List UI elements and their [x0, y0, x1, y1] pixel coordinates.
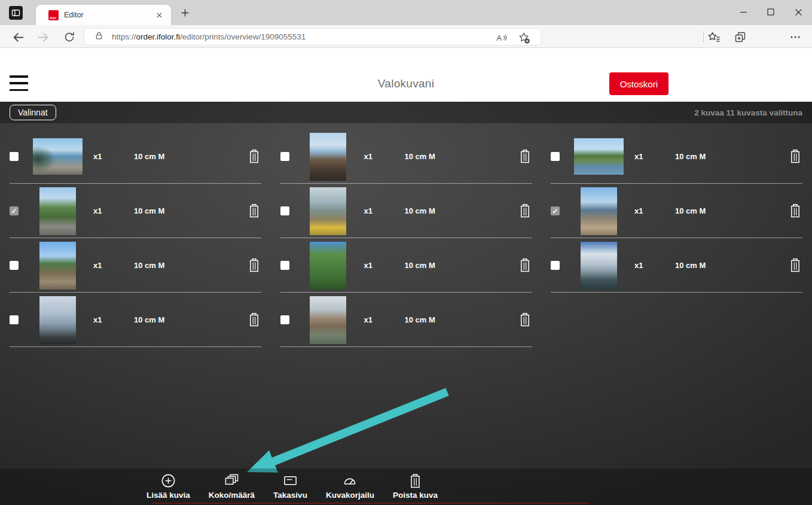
toolbar-item-size-quantity[interactable]: Koko/määrä — [209, 469, 255, 500]
delete-photo-icon[interactable] — [248, 312, 261, 327]
photo-checkbox[interactable] — [280, 152, 289, 161]
tab-actions-menu-button[interactable] — [9, 6, 23, 20]
settings-more-icon[interactable] — [788, 30, 802, 44]
photo-thumbnail[interactable] — [39, 242, 76, 290]
collections-icon[interactable] — [733, 30, 747, 44]
back-side-icon — [282, 472, 298, 489]
photo-row: x1 10 cm M — [10, 129, 261, 184]
minimize-icon[interactable] — [729, 0, 757, 24]
toolbar-item-label: Kuvakorjailu — [326, 491, 374, 500]
close-window-icon[interactable] — [784, 0, 812, 24]
photo-size: 10 cm M — [134, 261, 164, 270]
photo-quantity: x1 — [93, 206, 102, 215]
toolbar-item-label: Lisää kuvia — [146, 491, 190, 500]
size-quantity-icon — [224, 472, 240, 489]
photo-size: 10 cm M — [675, 261, 706, 270]
photo-size: 10 cm M — [134, 315, 164, 324]
cart-button[interactable]: Ostoskori — [609, 72, 668, 95]
photo-size: 10 cm M — [134, 152, 164, 161]
toolbar-item-delete-photo[interactable]: Poista kuva — [393, 469, 438, 500]
maximize-icon[interactable] — [757, 0, 784, 24]
photo-thumbnail[interactable] — [33, 138, 83, 175]
photo-thumb-wrap — [567, 238, 630, 293]
delete-photo-icon[interactable] — [518, 257, 532, 273]
photo-thumbnail[interactable] — [310, 187, 346, 235]
photo-row: x1 10 cm M — [551, 129, 802, 184]
photo-checkbox[interactable] — [551, 152, 560, 161]
photo-size: 10 cm M — [405, 206, 435, 215]
delete-photo-icon[interactable] — [789, 203, 802, 218]
tab-close-icon[interactable] — [154, 10, 164, 20]
photo-row: x1 10 cm M — [10, 293, 261, 347]
toolbar-item-image-correction[interactable]: Kuvakorjailu — [326, 469, 374, 500]
photo-checkbox[interactable] — [280, 261, 289, 270]
delete-photo-icon[interactable] — [248, 257, 261, 273]
svg-text:A: A — [496, 34, 502, 42]
photo-size: 10 cm M — [134, 206, 164, 215]
photo-thumb-wrap — [297, 238, 359, 293]
photo-thumbnail[interactable] — [39, 296, 76, 344]
toolbar-divider — [703, 31, 704, 42]
bottom-toolbar: Lisää kuvia Koko/määrä Takasivu Kuvakorj… — [0, 469, 812, 505]
lock-icon[interactable] — [94, 31, 104, 43]
photo-thumbnail[interactable] — [581, 187, 617, 235]
toolbar-item-label: Koko/määrä — [209, 491, 255, 500]
photo-checkbox[interactable] — [10, 315, 19, 324]
photo-column-3: x1 10 cm M x1 10 cm M x1 10 cm M — [551, 129, 802, 347]
photo-row: x1 10 cm M — [551, 184, 802, 238]
favorites-hub-icon[interactable] — [707, 30, 721, 44]
photo-thumb-wrap — [567, 184, 630, 238]
tab-actions-icon — [10, 7, 22, 19]
back-icon[interactable] — [11, 31, 25, 44]
delete-photo-icon[interactable] — [518, 203, 532, 218]
ifolor-favicon: ifolor — [48, 10, 59, 20]
browser-tab-editor[interactable]: ifolor Editor — [36, 5, 171, 25]
photo-thumb-wrap — [26, 129, 88, 184]
photo-thumb-wrap — [26, 238, 88, 293]
delete-photo-icon[interactable] — [789, 257, 802, 273]
photo-checkbox[interactable] — [280, 206, 289, 215]
toolbar-item-back-side[interactable]: Takasivu — [273, 469, 307, 500]
forward-icon[interactable] — [36, 31, 50, 44]
photo-size: 10 cm M — [675, 206, 706, 215]
photo-row: x1 10 cm M — [280, 293, 532, 347]
photo-row: x1 10 cm M — [280, 238, 532, 293]
photo-checkbox[interactable] — [10, 261, 19, 270]
photo-thumbnail[interactable] — [39, 187, 76, 235]
photo-row: x1 10 cm M — [280, 184, 532, 238]
page-title: Valokuvani — [0, 77, 812, 90]
photo-quantity: x1 — [634, 152, 643, 161]
photo-checkbox[interactable] — [551, 261, 560, 270]
options-button[interactable]: Valinnat — [10, 105, 56, 120]
refresh-icon[interactable] — [63, 31, 76, 44]
photo-row: x1 10 cm M — [280, 129, 532, 184]
photo-checkbox[interactable] — [551, 206, 560, 215]
photo-checkbox[interactable] — [10, 152, 19, 161]
photo-thumbnail[interactable] — [310, 242, 346, 290]
delete-photo-icon[interactable] — [518, 312, 532, 327]
photo-thumbnail[interactable] — [574, 138, 624, 175]
delete-photo-icon[interactable] — [248, 148, 261, 164]
page-header: Valokuvani Ostoskori — [0, 48, 812, 102]
delete-photo-icon[interactable] — [789, 148, 802, 164]
new-tab-button[interactable] — [179, 7, 190, 18]
selection-bar: Valinnat 2 kuvaa 11 kuvasta valittuna — [0, 102, 812, 123]
add-favorite-icon[interactable] — [517, 31, 530, 44]
tab-title: Editor — [64, 11, 84, 19]
photo-size: 10 cm M — [405, 152, 435, 161]
address-bar[interactable]: https://order.ifolor.fi/editor/prints/ov… — [84, 28, 541, 45]
delete-photo-icon[interactable] — [248, 203, 261, 218]
photo-column-2: x1 10 cm M x1 10 cm M x1 10 cm M x1 10 c… — [280, 129, 532, 347]
photo-thumbnail[interactable] — [581, 242, 617, 290]
delete-photo-icon[interactable] — [518, 148, 532, 164]
photo-size: 10 cm M — [405, 261, 435, 270]
read-aloud-icon[interactable]: A — [494, 31, 508, 44]
photo-thumbnail[interactable] — [310, 133, 346, 181]
photo-checkbox[interactable] — [10, 206, 19, 215]
photo-quantity: x1 — [364, 152, 373, 161]
photo-checkbox[interactable] — [280, 315, 289, 324]
photo-thumbnail[interactable] — [310, 296, 346, 344]
delete-photo-icon — [408, 472, 422, 489]
toolbar-item-add-photos[interactable]: Lisää kuvia — [146, 469, 190, 500]
url-text: https://order.ifolor.fi/editor/prints/ov… — [112, 32, 306, 41]
